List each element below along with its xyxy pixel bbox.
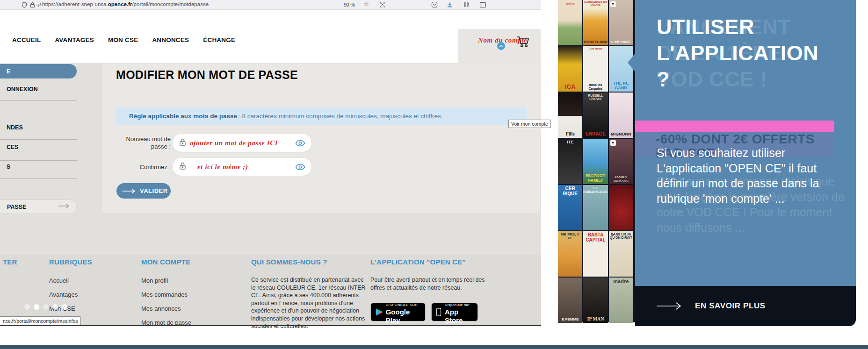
poster-honeyland[interactable]: 2 NOMINATIONS AUX OSCARSHONEYLAND <box>583 0 608 45</box>
poster-title: HONEYLAND <box>584 40 608 44</box>
sidebar-password-label: PASSE <box>7 204 26 210</box>
sidebar-item-fragment[interactable]: CES <box>7 144 19 150</box>
download-icon[interactable] <box>446 1 454 8</box>
paragraph-line: rubrique 'mon compte' ... <box>657 191 819 207</box>
nav-item-annonces[interactable]: ANNONCES <box>152 36 189 43</box>
nav-item-echange[interactable]: ÉCHANGE <box>203 36 235 43</box>
poster-el-embarcadero[interactable]: EL EMBARCADERO <box>583 185 608 230</box>
poster-title: THE PE CAND <box>610 81 632 90</box>
arrow-right-icon <box>122 188 136 194</box>
sidebar-item-fragment[interactable]: S <box>7 164 10 170</box>
poster-title: DANS UN JA QU'ON DIRAIT <box>609 233 633 240</box>
main-nav: ACCUEILAVANTAGESMON CSEANNONCESÉCHANGE <box>12 36 235 43</box>
rule-label: Règle applicable aux mots de passe <box>129 113 237 120</box>
poster-title: ENRAGÉ <box>586 132 606 137</box>
lock-icon <box>179 138 186 148</box>
poster-fille[interactable]: Fille <box>558 93 582 138</box>
url-bar[interactable]: https://adherent-snep-unsa.opence.fr/por… <box>42 1 209 7</box>
cart-icon[interactable] <box>516 35 532 50</box>
poster-me-pes-c-uf[interactable]: ME PES, C UF <box>558 231 582 277</box>
vod-poster-collage: nette2 NOMINATIONS AUX OSCARSHONEYLAND♥L… <box>558 0 635 322</box>
learn-more-button[interactable]: EN SAVOIR PLUS <box>635 286 856 326</box>
eye-icon[interactable] <box>295 164 305 171</box>
carousel-dot-3[interactable] <box>43 304 49 310</box>
rule-text: : 8 caractères minimum composés de minus… <box>239 113 442 120</box>
footer-heading-about: QUI SOMMES-NOUS ? <box>251 258 327 266</box>
carousel-dot-1[interactable] <box>24 304 30 310</box>
sidebar-toggle-icon[interactable] <box>479 1 486 8</box>
carousel-dot-2[interactable] <box>34 304 39 310</box>
poster-title: E FEMME <box>562 318 579 321</box>
nav-item-avantages[interactable]: AVANTAGES <box>55 36 94 43</box>
footer-app-text: Pour être averti partout et en temps rée… <box>370 276 487 292</box>
apple-badge-subtitle: Disponible sur <box>445 303 470 307</box>
account-name[interactable]: Nom du compte <box>478 36 511 44</box>
footer-link-avantages[interactable]: Avantages <box>49 291 78 298</box>
account-tooltip: Voir mon compte <box>508 120 551 128</box>
zoom-level[interactable]: 90 % <box>344 2 355 7</box>
poster-madre[interactable]: madre <box>609 278 633 323</box>
new-password-field[interactable]: ajouter un mot de passe ICI <box>173 134 311 152</box>
poster-ite[interactable]: ITE <box>558 139 582 184</box>
footer-heading-app: L'APPLICATION "OPEN CE" <box>370 258 466 266</box>
footer-link-mon-profil[interactable]: Mon profil <box>141 277 191 284</box>
new-password-label: Nouveau mot de passe : <box>116 135 171 150</box>
arrow-right-icon <box>58 203 70 210</box>
sidebar-item-active[interactable]: E <box>0 64 77 78</box>
footer-links-moncompte: Mon profilMes commandesMes annoncesMon m… <box>141 277 191 326</box>
sidebar-divider <box>0 100 77 101</box>
carousel-dots <box>24 304 67 310</box>
sidebar-divider <box>0 139 77 140</box>
poster-title: EL EMBARCADERO <box>583 186 608 194</box>
poster-cer-rique[interactable]: CER RIQUE <box>558 185 582 230</box>
screenshot-icon[interactable] <box>379 1 386 8</box>
sidebar-item-fragment[interactable]: ONNEXION <box>7 86 38 93</box>
poster-enrage[interactable]: RUSSELL CROWEENRAGÉ <box>583 93 608 138</box>
footer-link-mes-annonces[interactable]: Mes annonces <box>141 305 191 312</box>
sidebar-item-password[interactable]: PASSE <box>0 199 77 214</box>
headline-line: L'APPLICATION <box>657 40 818 66</box>
footer-heading-fragment: TER <box>3 258 17 266</box>
poster-title: ITE <box>558 140 582 144</box>
poster-dans-un-ja-quon-dirait[interactable]: ♥DANS UN JA QU'ON DIRAIT <box>609 231 633 277</box>
poster-mignonn[interactable]: MIGNONN <box>609 93 633 138</box>
bottom-window-strip <box>0 345 868 349</box>
nav-item-accueil[interactable]: ACCUEIL <box>12 36 41 43</box>
chevron-up-icon[interactable] <box>497 42 505 50</box>
poster-untitled[interactable] <box>609 185 633 230</box>
poster-dans-les-carpates[interactable]: J'irai mourirdans les Carpates <box>583 46 608 92</box>
new-password-value: ajouter un mot de passe ICI <box>190 139 278 147</box>
ghost-promo-line: -60% DONT 2€ OFFERTS <box>656 132 815 146</box>
library-icon[interactable] <box>463 1 470 8</box>
carousel-dot-5[interactable] <box>62 304 67 310</box>
eye-icon[interactable] <box>295 140 305 147</box>
poster-ip-man[interactable]: IP MAN <box>583 278 608 323</box>
poster-family-romanc[interactable]: ♥FAMILY ROMANC <box>609 139 633 184</box>
poster-nette[interactable]: nette <box>558 0 582 45</box>
poster-ica[interactable]: ICA <box>558 46 582 92</box>
confirm-password-field[interactable]: et ici le même ;) <box>173 158 311 176</box>
poster-bigfoot-family[interactable]: BIGFOOT FAMILY <box>583 139 608 184</box>
footer-link-accueil[interactable]: Accueil <box>49 277 78 284</box>
footer-link-mon-mot-de-passe[interactable]: Mon mot de passe <box>141 319 191 326</box>
google-play-badge[interactable]: DISPONIBLE SURGoogle Play <box>370 303 426 321</box>
poster-title: nette <box>558 1 582 6</box>
apple-badge-title: App Store <box>445 308 463 324</box>
poster-e-femme[interactable]: E FEMME <box>558 278 582 323</box>
submit-button[interactable]: VALIDER <box>116 183 171 199</box>
carousel-dot-4[interactable] <box>52 304 58 310</box>
lock-icon[interactable] <box>29 1 36 8</box>
app-store-badge[interactable]: Disponible surApp Store <box>431 303 478 321</box>
pocket-icon[interactable] <box>431 1 438 8</box>
nav-item-mon-cse[interactable]: MON CSE <box>108 36 138 43</box>
arrow-right-icon <box>656 302 683 310</box>
chevron-left-icon[interactable] <box>628 52 636 73</box>
bookmark-star-icon[interactable]: ☆ <box>363 0 369 7</box>
poster-basta-capital[interactable]: BASTA CAPITAL <box>583 231 608 277</box>
google-badge-title: Google Play <box>386 308 410 324</box>
sidebar-item-fragment[interactable]: NDES <box>7 124 23 131</box>
google-play-icon <box>375 307 383 317</box>
poster-linfirmie[interactable]: ♥L'INFIRMIÈ <box>609 0 633 45</box>
tracking-shield-icon[interactable] <box>21 1 28 8</box>
footer-link-mes-commandes[interactable]: Mes commandes <box>141 291 191 298</box>
